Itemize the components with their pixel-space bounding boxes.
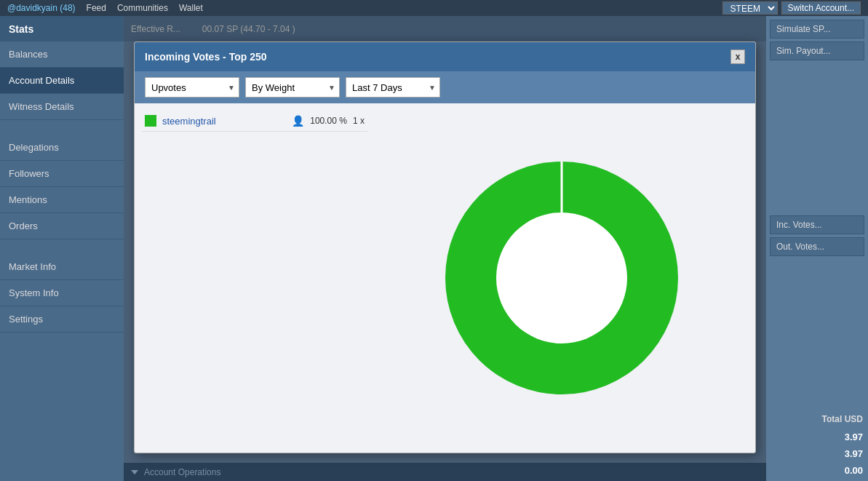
vote-count: 1 x [353, 116, 365, 126]
right-panel: Simulate SP... Sim. Payout... Inc. Votes… [766, 16, 868, 481]
steem-dropdown[interactable]: STEEM [722, 1, 778, 15]
modal-controls: Upvotes ▼ By Weight ▼ Last 7 Days [135, 71, 755, 103]
main-container: Stats Balances Account Details Witness D… [0, 16, 868, 481]
nav-feed[interactable]: Feed [87, 3, 106, 13]
sidebar-item-market-info[interactable]: Market Info [0, 254, 124, 280]
modal-incoming-votes: Incoming Votes - Top 250 x Upvotes ▼ By … [134, 41, 756, 453]
simulate-sp-button[interactable]: Simulate SP... [770, 20, 864, 39]
by-weight-select[interactable]: By Weight [245, 77, 340, 98]
sidebar-item-mentions[interactable]: Mentions [0, 187, 124, 213]
vote-list: steemingtrail 👤 100.00 % 1 x [142, 111, 367, 445]
total-usd-value-1: 3.97 [770, 430, 864, 444]
sidebar-item-followers[interactable]: Followers [0, 161, 124, 187]
sidebar-item-orders[interactable]: Orders [0, 213, 124, 239]
inc-votes-button[interactable]: Inc. Votes... [770, 215, 864, 234]
modal-title: Incoming Votes - Top 250 [145, 51, 267, 63]
vote-percentage: 100.00 % [310, 116, 347, 126]
sidebar-item-account-details[interactable]: Account Details [0, 68, 124, 94]
last-days-select[interactable]: Last 7 Days [346, 77, 440, 98]
upvotes-select[interactable]: Upvotes [145, 77, 239, 98]
donut-chart-container [375, 111, 748, 445]
content-area: Effective R... 00.07 SP (44.70 - 7.04 ) … [124, 16, 766, 481]
out-votes-button[interactable]: Out. Votes... [770, 237, 864, 256]
total-usd-value-3: 0.00 [770, 464, 864, 477]
modal-body: steemingtrail 👤 100.00 % 1 x [135, 103, 755, 453]
by-weight-select-wrapper: By Weight ▼ [245, 77, 340, 98]
vote-username[interactable]: steemingtrail [162, 116, 286, 127]
sidebar-item-witness-details[interactable]: Witness Details [0, 94, 124, 120]
switch-account-button[interactable]: Switch Account... [781, 1, 861, 15]
last-days-select-wrapper: Last 7 Days ▼ [346, 77, 440, 98]
vote-item: steemingtrail 👤 100.00 % 1 x [142, 111, 367, 132]
modal-overlay: Incoming Votes - Top 250 x Upvotes ▼ By … [124, 16, 766, 481]
sidebar-item-delegations[interactable]: Delegations [0, 135, 124, 161]
upvotes-select-wrapper: Upvotes ▼ [145, 77, 239, 98]
modal-header: Incoming Votes - Top 250 x [135, 42, 755, 71]
nav-wallet[interactable]: Wallet [179, 3, 203, 13]
svg-point-1 [496, 212, 627, 343]
user-link[interactable]: @davidkyain (48) [7, 3, 76, 13]
nav-communities[interactable]: Communities [117, 3, 168, 13]
sidebar-header: Stats [0, 16, 124, 41]
top-nav-right: STEEM Switch Account... [722, 1, 861, 15]
top-nav: @davidkyain (48) Feed Communities Wallet… [0, 0, 868, 16]
donut-chart [423, 140, 700, 416]
vote-color-indicator [145, 115, 156, 127]
total-usd-value-2: 3.97 [770, 447, 864, 461]
sidebar-item-system-info[interactable]: System Info [0, 280, 124, 306]
sidebar-item-settings[interactable]: Settings [0, 306, 124, 333]
sidebar: Stats Balances Account Details Witness D… [0, 16, 124, 481]
sim-payout-button[interactable]: Sim. Payout... [770, 41, 864, 60]
modal-close-button[interactable]: x [730, 49, 745, 64]
sidebar-item-balances[interactable]: Balances [0, 41, 124, 68]
user-icon: 👤 [292, 115, 304, 127]
total-usd-label: Total USD [770, 411, 864, 427]
